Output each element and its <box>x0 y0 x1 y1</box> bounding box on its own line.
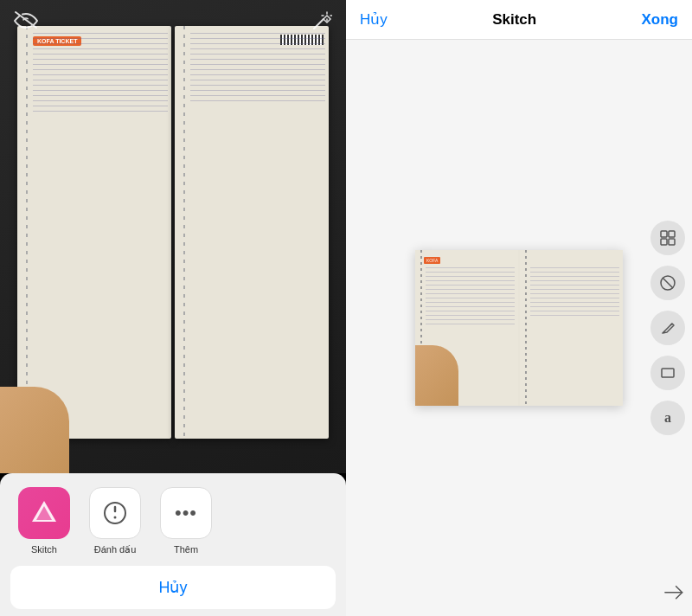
hand-silhouette <box>0 387 69 473</box>
svg-line-0 <box>314 19 324 29</box>
skitch-toolbar: a <box>644 214 692 442</box>
skitch-done-button[interactable]: Xong <box>642 11 679 29</box>
svg-line-15 <box>663 278 673 288</box>
share-app-more[interactable]: ••• Thêm <box>156 487 216 555</box>
svg-rect-10 <box>661 231 667 237</box>
skitch-canvas[interactable]: KOFA <box>346 40 692 616</box>
right-panel: Hủy Skitch Xong KOFA <box>346 0 692 616</box>
grid-tool-button[interactable] <box>650 221 685 255</box>
more-app-label: Thêm <box>174 544 198 555</box>
camera-view: KOFA TICKET <box>0 0 346 473</box>
arrow-tool-button[interactable] <box>657 579 688 609</box>
more-app-icon[interactable]: ••• <box>160 487 212 539</box>
skitch-lines-right <box>530 267 619 319</box>
skitch-page-left: KOFA <box>415 250 518 406</box>
document-photo: KOFA TICKET <box>0 0 346 473</box>
markup-app-icon[interactable] <box>89 487 141 539</box>
eye-off-icon[interactable] <box>14 10 38 35</box>
skitch-orange-label: KOFA <box>424 257 440 264</box>
doc-lines-right <box>190 33 325 432</box>
cancel-button[interactable]: Hủy <box>10 566 336 609</box>
skitch-hand <box>415 345 458 406</box>
rect-tool-button[interactable] <box>650 356 685 390</box>
skitch-page-right <box>520 250 623 406</box>
markup-app-label: Đánh dấu <box>94 544 137 555</box>
svg-rect-12 <box>661 239 667 245</box>
svg-rect-11 <box>669 231 675 237</box>
pen-tool-button[interactable] <box>650 311 685 345</box>
share-app-skitch[interactable]: Skitch <box>14 487 74 555</box>
skitch-lines-left <box>426 267 515 328</box>
erase-tool-button[interactable] <box>650 266 685 300</box>
doc-page-right <box>175 26 329 439</box>
skitch-title: Skitch <box>492 11 536 29</box>
left-panel: KOFA TICKET <box>0 0 346 616</box>
skitch-app-icon[interactable] <box>18 487 70 539</box>
skitch-cancel-button[interactable]: Hủy <box>360 10 388 29</box>
text-tool-button[interactable]: a <box>650 401 685 435</box>
doc-page-left: KOFA TICKET <box>17 26 171 439</box>
svg-point-9 <box>114 517 117 519</box>
doc-lines <box>33 33 168 432</box>
share-sheet: Skitch Đánh dấu ••• Thêm Hủy <box>0 473 346 616</box>
svg-rect-17 <box>662 369 674 377</box>
skitch-app-label: Skitch <box>31 544 57 555</box>
svg-line-16 <box>670 324 672 325</box>
share-app-markup[interactable]: Đánh dấu <box>85 487 145 555</box>
camera-top-icons <box>0 10 346 35</box>
share-apps-row: Skitch Đánh dấu ••• Thêm <box>10 487 336 555</box>
skitch-header: Hủy Skitch Xong <box>346 0 692 40</box>
svg-point-7 <box>105 503 125 523</box>
doc-pages: KOFA TICKET <box>17 26 329 439</box>
skitch-doc-thumbnail: KOFA <box>415 250 623 406</box>
magic-wand-icon[interactable] <box>311 10 332 35</box>
svg-rect-13 <box>669 239 675 245</box>
